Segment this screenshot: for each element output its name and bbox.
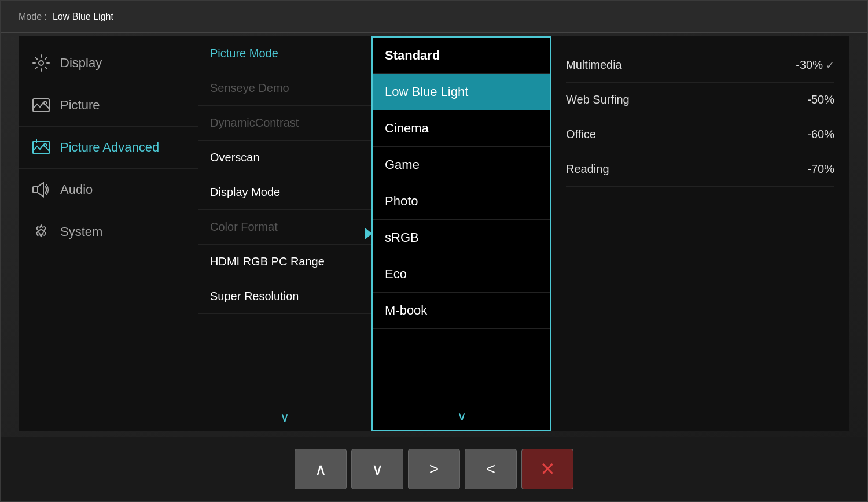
left-icon: <	[486, 460, 495, 478]
middle-label-hdmi-rgb: HDMI RGB PC Range	[210, 255, 325, 268]
submenu-label-photo: Photo	[385, 194, 418, 209]
right-panel-label-office: Office	[566, 128, 596, 141]
submenu-label-eco: Eco	[385, 267, 407, 282]
submenu-item-standard[interactable]: Standard	[373, 38, 550, 74]
middle-item-super-resolution[interactable]: Super Resolution	[198, 279, 371, 314]
sidebar-item-system[interactable]: System	[19, 211, 198, 253]
nav-bar: ∧ ∨ > < ✕	[1, 437, 867, 501]
sidebar-label-system: System	[60, 224, 102, 239]
middle-item-hdmi-rgb[interactable]: HDMI RGB PC Range	[198, 245, 371, 279]
sidebar-label-audio: Audio	[60, 182, 93, 197]
up-icon: ∧	[315, 460, 327, 479]
middle-item-overscan[interactable]: Overscan	[198, 141, 371, 175]
middle-column: Picture Mode Senseye Demo DynamicContras…	[198, 36, 372, 431]
submenu-item-photo[interactable]: Photo	[373, 183, 550, 220]
right-panel-value-reading: -70%	[807, 163, 834, 176]
right-panel-item-web-surfing: Web Surfing -50%	[566, 83, 834, 117]
nav-left-button[interactable]: <	[465, 449, 517, 489]
submenu-label-cinema: Cinema	[385, 121, 429, 136]
right-panel-value-web-surfing: -50%	[807, 93, 834, 106]
submenu-label-standard: Standard	[385, 48, 440, 63]
middle-item-dynamic-contrast[interactable]: DynamicContrast	[198, 106, 371, 141]
menu-container: Display Picture	[19, 36, 849, 431]
right-icon: >	[429, 460, 439, 478]
right-panel-item-reading: Reading -70%	[566, 152, 834, 187]
nav-up-button[interactable]: ∧	[295, 449, 347, 489]
svg-line-7	[45, 57, 47, 59]
submenu-column: Standard Low Blue Light Cinema Game Phot…	[372, 36, 551, 431]
svg-point-17	[39, 230, 43, 234]
down-icon: ∨	[372, 460, 384, 479]
mode-label: Mode :	[19, 12, 47, 22]
sidebar: Display Picture	[19, 36, 198, 431]
sidebar-label-picture: Picture	[60, 98, 100, 113]
middle-item-picture-mode[interactable]: Picture Mode	[198, 36, 371, 71]
nav-down-button[interactable]: ∨	[351, 449, 403, 489]
middle-label-display-mode: Display Mode	[210, 186, 280, 199]
middle-label-super-resolution: Super Resolution	[210, 290, 299, 303]
submenu-item-m-book[interactable]: M-book	[373, 293, 550, 329]
sidebar-label-picture-advanced: Picture Advanced	[60, 140, 159, 155]
right-panel: Multimedia -30% ✓ Web Surfing -50% Offic…	[551, 36, 849, 431]
svg-point-0	[39, 61, 43, 65]
sidebar-item-picture[interactable]: Picture	[19, 84, 198, 127]
sidebar-item-picture-advanced[interactable]: Picture Advanced	[19, 127, 198, 169]
submenu-item-eco[interactable]: Eco	[373, 256, 550, 293]
system-icon	[31, 222, 52, 242]
middle-label-picture-mode: Picture Mode	[210, 47, 278, 60]
nav-close-button[interactable]: ✕	[521, 449, 573, 489]
submenu-scroll-down[interactable]: ∨	[373, 409, 550, 424]
svg-point-12	[44, 144, 47, 147]
status-bar: Mode : Low Blue Light	[1, 1, 867, 33]
middle-item-color-format[interactable]: Color Format	[198, 210, 371, 245]
svg-line-8	[35, 67, 37, 69]
right-panel-item-multimedia: Multimedia -30% ✓	[566, 48, 834, 83]
right-panel-item-office: Office -60%	[566, 117, 834, 152]
submenu-item-low-blue-light[interactable]: Low Blue Light	[373, 74, 550, 110]
mode-value: Low Blue Light	[53, 12, 113, 22]
audio-icon	[31, 179, 52, 200]
close-icon: ✕	[540, 458, 556, 480]
right-panel-value-office: -60%	[807, 128, 834, 141]
middle-label-overscan: Overscan	[210, 151, 260, 164]
picture-icon	[31, 95, 52, 116]
svg-marker-16	[38, 183, 43, 197]
submenu-label-game: Game	[385, 157, 420, 172]
display-icon	[31, 53, 52, 73]
right-panel-label-multimedia: Multimedia	[566, 58, 622, 72]
submenu-item-cinema[interactable]: Cinema	[373, 110, 550, 147]
right-panel-label-reading: Reading	[566, 163, 609, 176]
submenu-item-srgb[interactable]: sRGB	[373, 220, 550, 256]
middle-scroll-down[interactable]: ∨	[198, 410, 371, 425]
picture-advanced-icon	[31, 137, 52, 158]
middle-label-senseye-demo: Senseye Demo	[210, 82, 289, 95]
sidebar-item-display[interactable]: Display	[19, 42, 198, 84]
svg-line-5	[35, 57, 37, 59]
submenu-label-srgb: sRGB	[385, 230, 419, 245]
sidebar-label-display: Display	[60, 56, 102, 71]
svg-point-10	[44, 102, 47, 105]
middle-label-color-format: Color Format	[210, 220, 278, 234]
svg-rect-15	[33, 187, 38, 193]
svg-line-6	[45, 67, 47, 69]
submenu-label-low-blue-light: Low Blue Light	[385, 84, 468, 99]
submenu-item-game[interactable]: Game	[373, 147, 550, 183]
right-panel-label-web-surfing: Web Surfing	[566, 93, 630, 106]
middle-item-senseye-demo[interactable]: Senseye Demo	[198, 71, 371, 106]
sidebar-item-audio[interactable]: Audio	[19, 169, 198, 211]
middle-item-display-mode[interactable]: Display Mode	[198, 175, 371, 210]
submenu-label-m-book: M-book	[385, 303, 427, 318]
multimedia-checkmark: ✓	[826, 59, 834, 72]
monitor-screen: Mode : Low Blue Light	[0, 0, 868, 502]
middle-label-dynamic-contrast: DynamicContrast	[210, 116, 299, 130]
right-panel-value-multimedia: -30% ✓	[796, 58, 834, 72]
nav-right-button[interactable]: >	[408, 449, 460, 489]
bracket-indicator	[365, 216, 372, 251]
